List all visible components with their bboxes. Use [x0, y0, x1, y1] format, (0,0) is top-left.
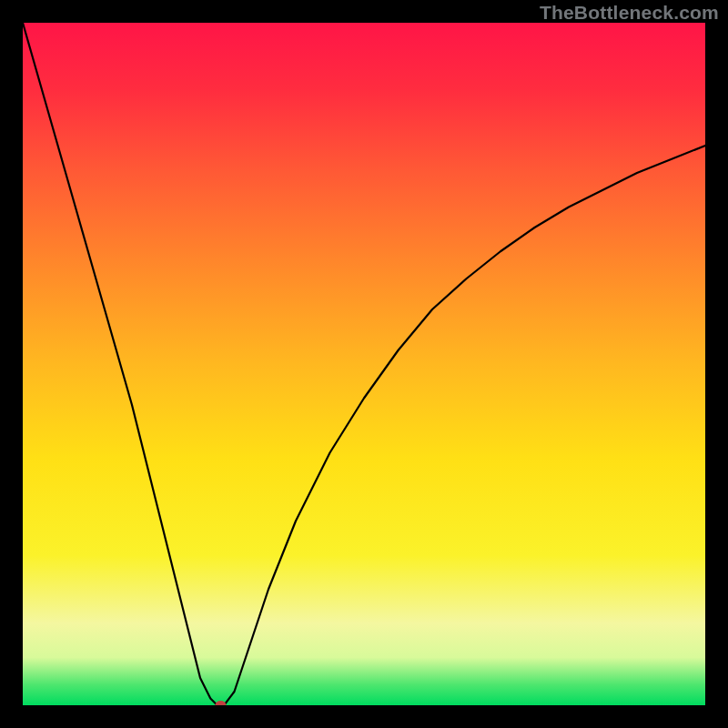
watermark-label: TheBottleneck.com — [540, 2, 719, 24]
minimum-dot — [216, 701, 227, 705]
curve-svg — [23, 23, 705, 705]
plot-area — [23, 23, 705, 705]
chart-frame: TheBottleneck.com — [0, 0, 728, 728]
bottleneck-curve — [23, 23, 705, 705]
